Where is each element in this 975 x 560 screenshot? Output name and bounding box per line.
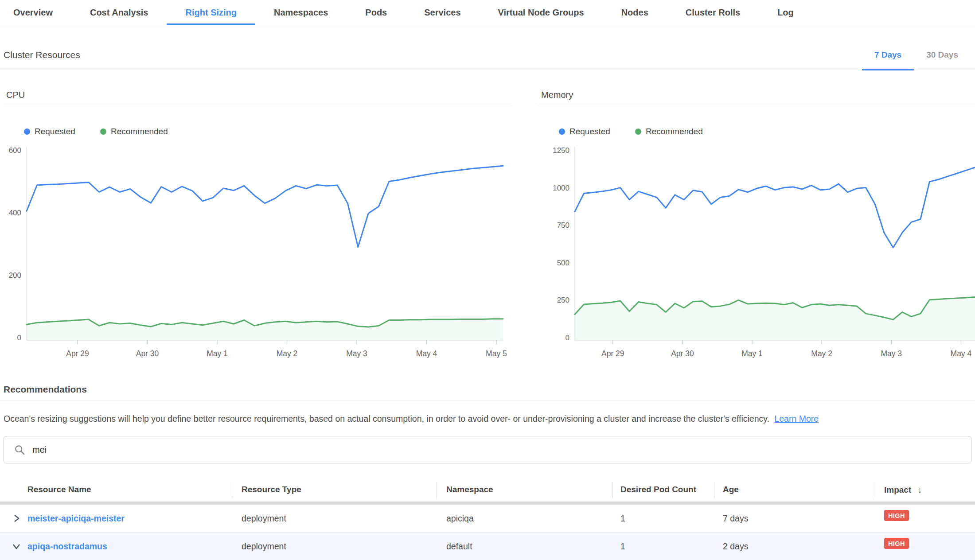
tab-log[interactable]: Log (759, 0, 812, 25)
age-cell: 7 days (723, 513, 748, 524)
column-divider (437, 482, 437, 498)
svg-text:May 1: May 1 (207, 349, 228, 358)
namespace-cell: default (446, 541, 472, 552)
column-divider (612, 482, 612, 498)
time-range-toggle: 7 Days 30 Days (862, 40, 971, 70)
table-row[interactable]: apiqa-nostradamus deployment default 1 2… (0, 533, 975, 560)
cpu-line-chart: 0200400600Apr 29Apr 30May 1May 2May 3May… (4, 143, 512, 360)
legend-item-requested: Requested (559, 127, 610, 136)
impact-header-label: Impact (884, 485, 911, 494)
impact-badge-high: HIGH (884, 538, 909, 549)
search-icon (14, 444, 26, 456)
tab-cluster-rolls[interactable]: Cluster Rolls (667, 0, 759, 25)
cluster-resources-title: Cluster Resources (4, 50, 80, 60)
namespace-cell: apiciqa (446, 513, 474, 524)
svg-text:Apr 29: Apr 29 (601, 349, 624, 358)
sort-descending-icon[interactable]: ↓ (917, 485, 922, 494)
age-cell: 2 days (723, 541, 748, 552)
recommendations-title: Recommendations (4, 384, 87, 395)
table-row[interactable]: meister-apiciqa-meister deployment apici… (0, 505, 975, 533)
tab-nodes[interactable]: Nodes (603, 0, 667, 25)
svg-text:May 4: May 4 (951, 349, 972, 358)
recommended-dot-icon (100, 128, 106, 135)
svg-text:May 5: May 5 (486, 349, 507, 358)
column-divider (714, 482, 714, 498)
col-header-desired-pod-count[interactable]: Desired Pod Count (620, 485, 696, 494)
column-divider (232, 482, 232, 498)
col-header-resource-name[interactable]: Resource Name (27, 485, 91, 494)
legend-item-requested: Requested (24, 127, 75, 136)
svg-text:0: 0 (566, 334, 569, 342)
svg-text:May 3: May 3 (881, 349, 902, 358)
svg-text:1250: 1250 (553, 146, 569, 155)
svg-text:200: 200 (9, 271, 21, 280)
svg-text:0: 0 (17, 334, 21, 342)
desired-pod-count-cell: 1 (620, 513, 625, 524)
table-scrollbar[interactable] (0, 502, 975, 505)
resource-search-box[interactable] (4, 436, 971, 463)
recommendations-text: Ocean's resizing suggestions will help y… (4, 414, 769, 424)
svg-text:Apr 30: Apr 30 (671, 349, 694, 358)
svg-text:250: 250 (557, 296, 569, 304)
resource-name-link[interactable]: meister-apiciqa-meister (27, 513, 125, 524)
svg-text:600: 600 (9, 146, 21, 155)
cpu-chart-title: CPU (4, 86, 512, 106)
recommendations-table: Resource Name Resource Type Namespace De… (0, 478, 975, 560)
svg-text:Apr 30: Apr 30 (136, 349, 159, 358)
col-header-namespace[interactable]: Namespace (446, 485, 493, 494)
recommendations-description: Ocean's resizing suggestions will help y… (4, 414, 966, 424)
cluster-resources-header: Cluster Resources 7 Days 30 Days (0, 40, 975, 70)
svg-text:400: 400 (9, 209, 21, 217)
chevron-down-icon[interactable] (12, 542, 20, 550)
tab-overview[interactable]: Overview (13, 0, 71, 25)
recommendations-header: Recommendations (0, 378, 975, 401)
tab-right-sizing[interactable]: Right Sizing (167, 0, 255, 25)
svg-text:500: 500 (557, 259, 569, 267)
svg-text:May 3: May 3 (346, 349, 367, 358)
range-tab-30-days[interactable]: 30 Days (914, 40, 971, 70)
cpu-chart-panel: CPU Requested Recommended 0200400600Apr … (4, 86, 512, 360)
table-header-row: Resource Name Resource Type Namespace De… (0, 478, 975, 502)
legend-label: Requested (35, 127, 75, 136)
desired-pod-count-cell: 1 (620, 541, 625, 552)
resource-type-cell: deployment (242, 513, 286, 524)
main-tab-bar: Overview Cost Analysis Right Sizing Name… (0, 0, 975, 25)
svg-text:750: 750 (557, 221, 569, 229)
legend-label: Recommended (111, 127, 168, 136)
resource-name-link[interactable]: apiqa-nostradamus (27, 541, 107, 552)
cpu-chart-legend: Requested Recommended (24, 127, 512, 136)
legend-label: Recommended (646, 127, 703, 136)
memory-chart-title: Memory (538, 86, 975, 106)
requested-dot-icon (24, 128, 30, 135)
svg-text:May 4: May 4 (416, 349, 437, 358)
tab-virtual-node-groups[interactable]: Virtual Node Groups (480, 0, 603, 25)
range-tab-7-days[interactable]: 7 Days (862, 40, 914, 70)
svg-text:Apr 29: Apr 29 (66, 349, 89, 358)
search-input[interactable] (32, 445, 971, 455)
column-divider (875, 482, 875, 498)
recommended-dot-icon (635, 128, 641, 135)
memory-line-chart: 025050075010001250Apr 29Apr 30May 1May 2… (538, 143, 975, 360)
svg-text:1000: 1000 (553, 184, 569, 192)
tab-services[interactable]: Services (406, 0, 479, 25)
tab-namespaces[interactable]: Namespaces (255, 0, 347, 25)
col-header-impact[interactable]: Impact↓ (884, 485, 922, 495)
impact-badge-high: HIGH (884, 510, 909, 521)
col-header-resource-type[interactable]: Resource Type (242, 485, 301, 494)
legend-item-recommended: Recommended (100, 127, 168, 136)
legend-item-recommended: Recommended (635, 127, 703, 136)
tab-cost-analysis[interactable]: Cost Analysis (71, 0, 167, 25)
memory-chart-legend: Requested Recommended (559, 127, 975, 136)
learn-more-link[interactable]: Learn More (774, 414, 819, 424)
resource-type-cell: deployment (242, 541, 286, 552)
col-header-age[interactable]: Age (723, 485, 739, 494)
chevron-right-icon[interactable] (12, 514, 20, 522)
svg-text:May 2: May 2 (277, 349, 298, 358)
memory-chart-panel: Memory Requested Recommended 02505007501… (538, 86, 975, 360)
svg-text:May 2: May 2 (811, 349, 832, 358)
tab-pods[interactable]: Pods (347, 0, 406, 25)
svg-text:May 1: May 1 (741, 349, 763, 358)
legend-label: Requested (569, 127, 610, 136)
requested-dot-icon (559, 128, 565, 135)
